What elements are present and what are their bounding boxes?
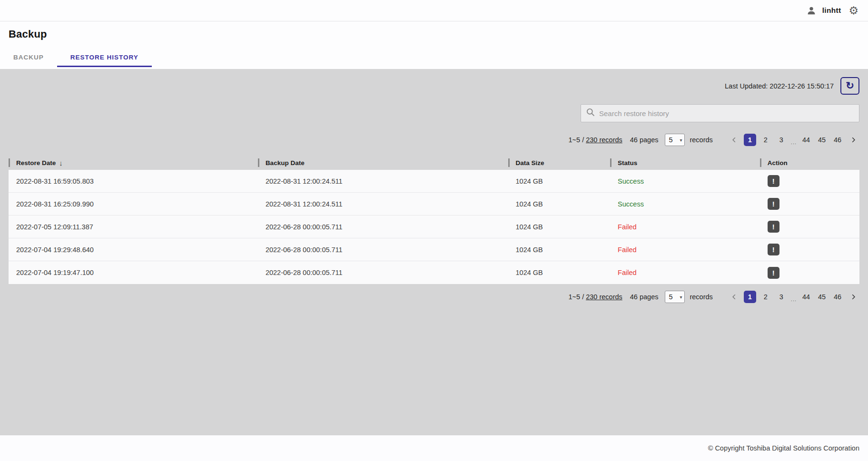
exclamation-icon: ! [772,200,775,207]
exclamation-icon: ! [772,223,775,230]
per-page-value: 5 [669,136,672,144]
alert-action-button[interactable]: ! [768,244,779,255]
per-page-select[interactable]: 5 ▾ [665,134,685,146]
cell-action: ! [760,244,859,255]
cell-data-size: 1024 GB [508,223,611,231]
settings-gear-icon[interactable]: ⚙ [848,5,858,16]
page-ellipsis: ... [791,139,797,146]
sort-desc-icon: ↓ [59,159,63,167]
cell-restore-date: 2022-07-05 12:09:11.387 [9,223,258,231]
column-divider [610,158,612,167]
column-header-data-size[interactable]: Data Size [508,158,611,167]
caret-down-icon: ▾ [680,137,682,143]
column-header-status[interactable]: Status [610,158,760,167]
table-row: 2022-08-31 16:25:09.990 2022-08-31 12:00… [9,193,859,216]
cell-data-size: 1024 GB [508,269,611,276]
cell-backup-date: 2022-06-28 00:00:05.711 [258,269,508,276]
cell-backup-date: 2022-08-31 12:00:24.511 [258,200,508,208]
alert-action-button[interactable]: ! [768,175,779,187]
alert-action-button[interactable]: ! [768,198,779,210]
search-input[interactable] [599,109,854,118]
range-prefix: 1~5 / [569,293,586,301]
cell-backup-date: 2022-06-28 00:00:05.711 [258,223,508,231]
record-range: 1~5 / 230 records [569,293,622,301]
table-row: 2022-08-31 16:59:05.803 2022-08-31 12:00… [9,170,859,193]
exclamation-icon: ! [772,269,775,276]
pager: 1 2 3 ... 44 45 46 [728,291,859,303]
cell-restore-date: 2022-07-04 19:29:48.640 [9,246,258,254]
tab-bar: BACKUP RESTORE HISTORY [0,49,868,67]
status-badge: Failed [618,246,637,254]
exclamation-icon: ! [772,177,775,185]
page-button-3[interactable]: 3 [775,291,788,303]
cell-restore-date: 2022-08-31 16:59:05.803 [9,177,258,185]
column-label: Status [618,159,637,167]
chevron-right-icon[interactable] [847,134,859,146]
user-avatar-icon [806,5,817,16]
page-button-2[interactable]: 2 [760,134,772,146]
status-badge: Failed [618,269,637,276]
column-header-backup-date[interactable]: Backup Date [258,158,508,167]
column-label: Backup Date [266,159,305,167]
table-body: 2022-08-31 16:59:05.803 2022-08-31 12:00… [9,170,859,284]
username[interactable]: linhtt [822,6,841,15]
cell-status: Success [610,177,760,185]
chevron-left-icon[interactable] [728,134,740,146]
tab-backup[interactable]: BACKUP [0,49,57,67]
page-header: Backup BACKUP RESTORE HISTORY [0,21,868,69]
column-label: Data Size [516,159,544,167]
page-button-46[interactable]: 46 [831,291,844,303]
page-button-46[interactable]: 46 [831,134,844,146]
column-header-restore-date[interactable]: Restore Date ↓ [9,158,258,167]
records-count-link[interactable]: 230 records [586,293,622,301]
page-button-44[interactable]: 44 [800,134,812,146]
restore-history-table: Restore Date ↓ Backup Date Data Size Sta… [9,156,859,284]
cell-status: Failed [610,269,760,276]
page-button-3[interactable]: 3 [775,134,788,146]
refresh-button[interactable]: ↻ [840,77,859,95]
chevron-right-icon[interactable] [847,291,859,303]
pages-count: 46 pages [630,293,659,301]
page-footer: © Copyright Toshiba Digital Solutions Co… [0,435,868,461]
status-badge: Failed [618,223,637,231]
status-badge: Success [618,177,644,185]
column-divider [760,158,761,167]
status-badge: Success [618,200,644,208]
content-area: Last Updated: 2022-12-26 15:50:17 ↻ 1~5 … [0,69,868,435]
page-button-44[interactable]: 44 [800,291,812,303]
last-updated-row: Last Updated: 2022-12-26 15:50:17 ↻ [9,77,859,95]
chevron-left-icon[interactable] [728,291,740,303]
table-row: 2022-07-04 19:29:48.640 2022-06-28 00:00… [9,238,859,261]
page-button-1[interactable]: 1 [744,291,756,303]
records-label: records [690,136,712,144]
cell-action: ! [760,198,859,210]
page-button-1[interactable]: 1 [744,134,756,146]
cell-backup-date: 2022-08-31 12:00:24.511 [258,177,508,185]
cell-action: ! [760,175,859,187]
column-label: Action [768,159,788,167]
column-header-action[interactable]: Action [760,158,859,167]
tab-restore-history[interactable]: RESTORE HISTORY [57,49,152,67]
page-button-45[interactable]: 45 [816,291,828,303]
cell-data-size: 1024 GB [508,177,611,185]
exclamation-icon: ! [772,246,775,253]
alert-action-button[interactable]: ! [768,267,779,279]
per-page-select[interactable]: 5 ▾ [665,291,685,303]
refresh-icon: ↻ [846,80,854,90]
cell-action: ! [760,221,859,233]
page-button-2[interactable]: 2 [760,291,772,303]
table-header-row: Restore Date ↓ Backup Date Data Size Sta… [9,156,859,170]
cell-status: Success [610,200,760,208]
last-updated-text: Last Updated: 2022-12-26 15:50:17 [725,82,834,90]
pagination-bottom: 1~5 / 230 records 46 pages 5 ▾ records 1… [9,291,859,303]
alert-action-button[interactable]: ! [768,221,779,233]
page-title: Backup [9,28,868,40]
cell-action: ! [760,267,859,279]
table-row: 2022-07-04 19:19:47.100 2022-06-28 00:00… [9,261,859,284]
column-label: Restore Date [16,159,56,167]
search-icon [586,108,595,119]
records-count-link[interactable]: 230 records [586,136,622,144]
cell-status: Failed [610,246,760,254]
pagination-top: 1~5 / 230 records 46 pages 5 ▾ records 1… [9,134,859,146]
page-button-45[interactable]: 45 [816,134,828,146]
